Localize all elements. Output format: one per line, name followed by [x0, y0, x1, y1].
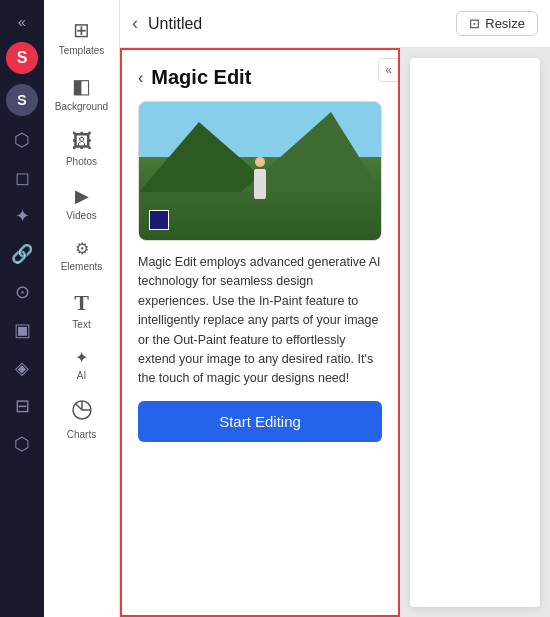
app-logo: S	[6, 42, 38, 74]
panel-collapse-button[interactable]: «	[378, 58, 399, 82]
nav-icon-7[interactable]: ◈	[4, 350, 40, 386]
sidebar-item-photos[interactable]: 🖼 Photos	[48, 122, 116, 175]
back-button[interactable]: ‹	[132, 13, 138, 34]
nav-icon-6[interactable]: ▣	[4, 312, 40, 348]
nav-icon-5[interactable]: ⊙	[4, 274, 40, 310]
nav-icon-1[interactable]: ⬡	[4, 122, 40, 158]
nav-icon-8[interactable]: ⊟	[4, 388, 40, 424]
sidebar-item-text[interactable]: T Text	[48, 282, 116, 338]
resize-button[interactable]: ⊡ Resize	[456, 11, 538, 36]
videos-icon: ▶	[75, 185, 89, 207]
elements-label: Elements	[61, 261, 103, 272]
user-avatar[interactable]: S	[6, 84, 38, 116]
document-title[interactable]: Untitled	[148, 15, 446, 33]
image-overlay-square	[149, 210, 169, 230]
top-bar: ‹ Untitled ⊡ Resize	[120, 0, 550, 48]
white-canvas	[410, 58, 540, 607]
ai-icon: ✦	[75, 348, 88, 367]
main-area: ‹ Untitled ⊡ Resize « ‹ Magic Edit	[120, 0, 550, 617]
charts-label: Charts	[67, 429, 96, 440]
text-label: Text	[72, 319, 90, 330]
sidebar-item-elements[interactable]: ⚙ Elements	[48, 231, 116, 280]
sidebar-item-templates[interactable]: ⊞ Templates	[48, 10, 116, 64]
person-figure	[254, 169, 266, 199]
videos-label: Videos	[66, 210, 96, 221]
icon-panel: ⊞ Templates ◧ Background 🖼 Photos ▶ Vide…	[44, 0, 120, 617]
magic-edit-description: Magic Edit employs advanced generative A…	[138, 253, 382, 389]
scene-background	[139, 102, 381, 240]
resize-icon: ⊡	[469, 16, 480, 31]
magic-edit-image[interactable]	[138, 101, 382, 241]
expand-icon[interactable]: «	[12, 8, 32, 36]
templates-icon: ⊞	[73, 18, 90, 42]
sidebar-item-background[interactable]: ◧ Background	[48, 66, 116, 120]
ai-label: AI	[77, 370, 86, 381]
person-head	[255, 157, 265, 167]
photos-icon: 🖼	[72, 130, 92, 153]
sidebar-item-videos[interactable]: ▶ Videos	[48, 177, 116, 229]
start-editing-button[interactable]: Start Editing	[138, 401, 382, 442]
templates-label: Templates	[59, 45, 105, 56]
magic-edit-back-button[interactable]: ‹	[138, 69, 143, 87]
nav-icon-2[interactable]: ◻	[4, 160, 40, 196]
background-icon: ◧	[72, 74, 91, 98]
left-sidebar: « S S ⬡ ◻ ✦ 🔗 ⊙ ▣ ◈ ⊟ ⬡	[0, 0, 44, 617]
nav-icon-4[interactable]: 🔗	[4, 236, 40, 272]
nav-icon-3[interactable]: ✦	[4, 198, 40, 234]
magic-edit-title: Magic Edit	[151, 66, 251, 89]
canvas-area: « ‹ Magic Edit	[120, 48, 550, 617]
background-label: Background	[55, 101, 108, 112]
magic-edit-panel: « ‹ Magic Edit	[120, 48, 400, 617]
nav-icon-9[interactable]: ⬡	[4, 426, 40, 462]
text-icon: T	[74, 290, 89, 316]
sidebar-item-ai[interactable]: ✦ AI	[48, 340, 116, 389]
photos-label: Photos	[66, 156, 97, 167]
image-inner	[139, 102, 381, 240]
elements-icon: ⚙	[75, 239, 89, 258]
sidebar-item-charts[interactable]: Charts	[48, 391, 116, 448]
charts-icon	[71, 399, 93, 426]
magic-edit-header: ‹ Magic Edit	[138, 66, 382, 89]
